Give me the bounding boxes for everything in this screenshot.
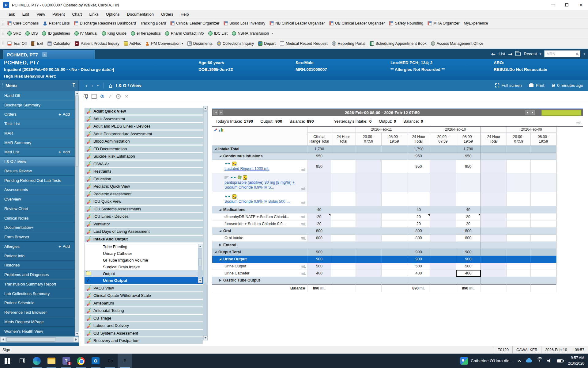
patient-tab[interactable]: PCHMED, PT7 x [3, 50, 95, 59]
menu-links[interactable]: Links [85, 12, 102, 17]
value-cell-f09b[interactable] [531, 263, 556, 270]
column-header-08-00-19-59[interactable]: 08:00 - 19:59 [456, 133, 481, 146]
taskbar-clock[interactable]: 9:57 AM 2/10/2026 [568, 355, 584, 366]
value-cell-f10a[interactable] [430, 242, 456, 249]
toolbar-button-collections-inquiry[interactable]: Collections Inquiry [215, 40, 256, 47]
value-cell-crt[interactable] [308, 242, 331, 249]
menu-panel-header[interactable]: Menu [0, 80, 79, 91]
column-header-20-00-07-59[interactable]: 20:00 - 07:59 [507, 133, 531, 146]
section-tube-feeding[interactable]: Tube Feeding [85, 243, 203, 250]
search-icon[interactable] [576, 53, 578, 55]
value-cell-f11a[interactable] [356, 153, 382, 160]
value-cell-f11a[interactable] [356, 213, 382, 220]
value-cell-f09a[interactable] [507, 146, 531, 153]
value-cell-f10a[interactable] [430, 213, 456, 220]
value-cell-f11b[interactable] [382, 284, 407, 292]
value-cell-f09b[interactable] [531, 249, 556, 256]
sublist-vscrollbar[interactable] [198, 244, 202, 283]
sidebar-item-mar[interactable]: MAR [0, 128, 79, 138]
value-cell-f11a[interactable] [356, 146, 382, 153]
value-cell-t2[interactable]: 950 [407, 153, 430, 160]
value-cell-f09a[interactable] [507, 228, 531, 235]
value-cell-f11b[interactable] [382, 228, 407, 235]
io-row-enteral[interactable]: Enteral [212, 242, 556, 249]
value-cell-t3[interactable] [481, 192, 507, 206]
start-button[interactable] [0, 354, 15, 368]
list-forward-icon[interactable]: → [508, 51, 512, 57]
value-cell-t3[interactable] [481, 220, 507, 228]
value-cell-f10a[interactable] [430, 153, 456, 160]
minimize-button[interactable] [546, 0, 560, 10]
sidebar-item-histories[interactable]: Histories [0, 261, 79, 270]
taskbar-app-explorer[interactable] [44, 354, 59, 368]
toolbar-button-pharm-contact-info[interactable]: Pharm Contact Info [163, 30, 206, 36]
toolbar-button-patient-product-inquiry[interactable]: Patient Product Inquiry [73, 40, 121, 47]
value-cell-f11a[interactable] [356, 235, 382, 242]
value-cell-f11b[interactable] [382, 270, 407, 277]
value-cell-f10b[interactable]: 20 [456, 213, 481, 220]
value-cell-f10b[interactable] [456, 242, 481, 249]
sidebar-add-button[interactable]: +Add [58, 149, 70, 155]
volume-icon[interactable] [547, 359, 552, 363]
band-list-vscrollbar[interactable] [203, 106, 208, 340]
band-recovery-and-postpartum[interactable]: Recovery and Postpartum [84, 337, 203, 344]
toolbar-button-myexperience[interactable]: MyExperience [462, 20, 490, 26]
io-row-dimenhydrinate-sodium-chlorid[interactable]: dimenhyDRINATE + Sodium Chlorid...mL2020… [212, 213, 556, 220]
column-header-20-00-07-59[interactable]: 20:00 - 07:59 [430, 133, 456, 146]
io-row-intake-total[interactable]: Intake Total1,7901,7901,790 [212, 146, 556, 153]
value-cell-f09b[interactable] [531, 242, 556, 249]
sign-icon[interactable] [232, 162, 236, 166]
band-pediatric-quick-view[interactable]: Pediatric Quick View [84, 183, 203, 190]
sidebar-item-overview[interactable]: Overview [0, 194, 79, 204]
value-cell-t3[interactable] [481, 270, 507, 277]
value-cell-f09a[interactable] [507, 242, 531, 249]
home-icon[interactable]: ⌂ [109, 82, 112, 89]
sidebar-item-assessments[interactable]: Assessments [0, 185, 79, 195]
band-antenatal-testing[interactable]: Antenatal Testing [84, 307, 203, 314]
value-cell-f09b[interactable] [531, 173, 556, 192]
value-cell-crt[interactable]: 40 [308, 206, 331, 213]
io-row-sodium-chloride-0-9-iv-bolus-500[interactable]: Sodium Chloride 0.9% IV Bolus 500 ...mL [212, 192, 556, 206]
sidebar-item-orders[interactable]: Orders+Add [0, 110, 79, 119]
binoc-icon[interactable] [224, 195, 231, 198]
value-cell-t2[interactable] [407, 277, 430, 284]
band-restraints[interactable]: Restraints [84, 168, 203, 175]
value-cell-f11a[interactable] [356, 206, 382, 213]
wifi-icon[interactable] [539, 360, 540, 362]
column-header-08-00-19-59[interactable]: 08:00 - 19:59 [531, 133, 556, 146]
value-cell-f09b[interactable] [531, 220, 556, 228]
value-cell-f10b[interactable] [456, 192, 481, 206]
toolbar-button-etherapeutics[interactable]: eTherapeutics [129, 30, 163, 36]
value-cell-f10a[interactable] [430, 206, 456, 213]
column-header-24-hour-total[interactable]: 24 Hour Total [481, 133, 507, 146]
collapse-icon[interactable] [219, 279, 221, 282]
expand-icon[interactable] [214, 251, 217, 253]
value-cell-f11b[interactable] [382, 242, 407, 249]
value-cell-f10b[interactable]: 900 [456, 256, 481, 263]
value-cell-crt[interactable]: 800 [308, 235, 331, 242]
value-cell-f11b[interactable] [382, 192, 407, 206]
value-cell-f09a[interactable] [507, 153, 531, 160]
value-cell-t2[interactable]: 800 [407, 235, 430, 242]
value-cell-t2[interactable]: 20 [407, 213, 430, 220]
value-cell-t3[interactable] [481, 160, 507, 173]
sidebar-item-hand-off[interactable]: Hand Off [0, 91, 79, 100]
band-education[interactable]: Education [84, 175, 203, 182]
sidebar-item-results-review[interactable]: Results Review [0, 166, 79, 176]
value-cell-t3[interactable] [481, 153, 507, 160]
toolbar-button-blood-loss-inventory[interactable]: Blood Loss Inventory [221, 20, 267, 26]
value-cell-f10b[interactable]: 950 [456, 160, 481, 173]
expand-icon[interactable] [219, 230, 221, 232]
expand-icon[interactable] [219, 155, 221, 157]
section-output[interactable]: Output [85, 270, 203, 277]
band-icu-systems-assessments[interactable]: ICU Systems Assessments [84, 205, 203, 213]
value-cell-f11b[interactable] [382, 263, 407, 270]
value-cell-t3[interactable] [481, 235, 507, 242]
value-cell-f09a[interactable] [507, 213, 531, 220]
value-cell-f10a[interactable] [430, 249, 456, 256]
value-cell-t2[interactable] [407, 173, 430, 192]
band-clinical-opiate-withdrawal-scale[interactable]: Clinical Opiate Withdrawal Scale [84, 292, 203, 299]
sidebar-item-women-s-health-view[interactable]: Women's Health View [0, 327, 79, 336]
value-cell-t3[interactable] [481, 256, 507, 263]
value-cell-f10b[interactable]: 900 [456, 249, 481, 256]
